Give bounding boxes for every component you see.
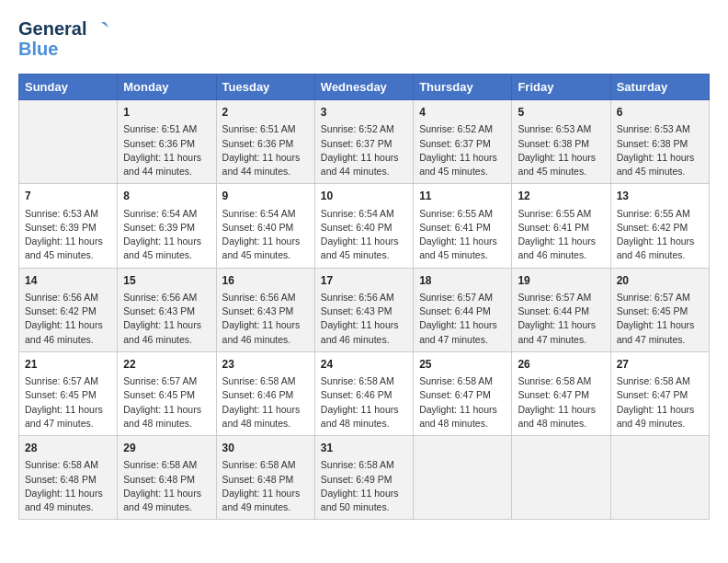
day-number: 26 xyxy=(518,357,604,373)
calendar-cell: 18Sunrise: 6:57 AMSunset: 6:44 PMDayligh… xyxy=(414,268,512,351)
calendar-cell: 4Sunrise: 6:52 AMSunset: 6:37 PMDaylight… xyxy=(414,100,512,184)
day-number: 8 xyxy=(123,189,210,204)
calendar-cell: 24Sunrise: 6:58 AMSunset: 6:46 PMDayligh… xyxy=(314,351,413,435)
day-info: Daylight: 11 hours and 46 minutes. xyxy=(25,318,111,346)
calendar-table: SundayMondayTuesdayWednesdayThursdayFrid… xyxy=(18,74,710,520)
day-info: Daylight: 11 hours and 44 minutes. xyxy=(321,151,407,178)
calendar-cell: 16Sunrise: 6:56 AMSunset: 6:43 PMDayligh… xyxy=(216,268,314,351)
day-info: Daylight: 11 hours and 45 minutes. xyxy=(518,151,604,178)
day-info: Daylight: 11 hours and 45 minutes. xyxy=(25,235,111,262)
calendar-cell: 2Sunrise: 6:51 AMSunset: 6:36 PMDaylight… xyxy=(216,100,314,184)
day-info: Daylight: 11 hours and 47 minutes. xyxy=(419,318,506,346)
day-info: Sunset: 6:37 PM xyxy=(419,137,506,151)
logo-bird-icon xyxy=(88,18,108,39)
calendar-cell: 20Sunrise: 6:57 AMSunset: 6:45 PMDayligh… xyxy=(610,268,709,351)
week-row-5: 28Sunrise: 6:58 AMSunset: 6:48 PMDayligh… xyxy=(19,436,710,520)
day-number: 25 xyxy=(419,357,506,373)
day-info: Daylight: 11 hours and 45 minutes. xyxy=(321,235,407,262)
calendar-cell: 31Sunrise: 6:58 AMSunset: 6:49 PMDayligh… xyxy=(314,436,413,520)
calendar-cell: 14Sunrise: 6:56 AMSunset: 6:42 PMDayligh… xyxy=(19,268,118,351)
day-info: Sunset: 6:38 PM xyxy=(518,137,604,151)
day-info: Sunset: 6:48 PM xyxy=(222,473,309,487)
calendar-cell: 15Sunrise: 6:56 AMSunset: 6:43 PMDayligh… xyxy=(118,268,216,351)
day-number: 28 xyxy=(25,441,111,456)
day-info: Sunset: 6:47 PM xyxy=(617,388,703,402)
day-number: 13 xyxy=(617,189,703,204)
day-info: Sunset: 6:43 PM xyxy=(222,304,309,318)
day-info: Daylight: 11 hours and 49 minutes. xyxy=(123,487,210,514)
day-info: Sunrise: 6:52 AM xyxy=(419,122,506,136)
calendar-cell: 6Sunrise: 6:53 AMSunset: 6:38 PMDaylight… xyxy=(610,100,709,184)
day-info: Sunrise: 6:58 AM xyxy=(321,374,407,388)
day-info: Daylight: 11 hours and 45 minutes. xyxy=(419,151,506,178)
calendar-cell: 8Sunrise: 6:54 AMSunset: 6:39 PMDaylight… xyxy=(118,184,216,268)
day-info: Sunrise: 6:54 AM xyxy=(123,207,210,221)
day-info: Sunset: 6:40 PM xyxy=(321,221,407,235)
day-info: Sunrise: 6:53 AM xyxy=(617,122,703,136)
day-number: 1 xyxy=(123,105,210,121)
day-header-sunday: Sunday xyxy=(19,75,118,100)
day-number: 9 xyxy=(222,189,309,204)
calendar-cell: 29Sunrise: 6:58 AMSunset: 6:48 PMDayligh… xyxy=(118,436,216,520)
calendar-cell: 7Sunrise: 6:53 AMSunset: 6:39 PMDaylight… xyxy=(19,184,118,268)
day-info: Sunrise: 6:58 AM xyxy=(321,458,407,472)
week-row-3: 14Sunrise: 6:56 AMSunset: 6:42 PMDayligh… xyxy=(19,268,710,351)
calendar-cell: 12Sunrise: 6:55 AMSunset: 6:41 PMDayligh… xyxy=(512,184,610,268)
day-info: Sunrise: 6:54 AM xyxy=(321,207,407,221)
day-info: Sunset: 6:44 PM xyxy=(419,304,506,318)
day-info: Sunset: 6:48 PM xyxy=(123,473,210,487)
day-info: Sunset: 6:43 PM xyxy=(123,304,210,318)
calendar-cell: 22Sunrise: 6:57 AMSunset: 6:45 PMDayligh… xyxy=(118,351,216,435)
logo: General Blue xyxy=(18,18,108,59)
day-number: 10 xyxy=(321,189,407,204)
logo-blue: Blue xyxy=(18,39,58,59)
day-info: Sunset: 6:36 PM xyxy=(222,137,309,151)
day-info: Sunset: 6:42 PM xyxy=(25,304,111,318)
day-info: Sunset: 6:36 PM xyxy=(123,137,210,151)
day-info: Daylight: 11 hours and 47 minutes. xyxy=(25,403,111,431)
calendar-body: 1Sunrise: 6:51 AMSunset: 6:36 PMDaylight… xyxy=(19,100,710,520)
day-info: Sunrise: 6:53 AM xyxy=(25,207,111,221)
day-info: Sunrise: 6:57 AM xyxy=(419,291,506,304)
day-header-row: SundayMondayTuesdayWednesdayThursdayFrid… xyxy=(19,75,710,100)
day-info: Daylight: 11 hours and 47 minutes. xyxy=(617,318,703,346)
day-info: Daylight: 11 hours and 48 minutes. xyxy=(321,403,407,431)
day-info: Sunrise: 6:53 AM xyxy=(518,122,604,136)
calendar-cell xyxy=(610,436,709,520)
calendar-cell: 11Sunrise: 6:55 AMSunset: 6:41 PMDayligh… xyxy=(414,184,512,268)
day-info: Sunrise: 6:57 AM xyxy=(123,374,210,388)
day-info: Sunset: 6:44 PM xyxy=(518,304,604,318)
day-number: 6 xyxy=(617,105,703,121)
day-header-thursday: Thursday xyxy=(414,75,512,100)
day-number: 29 xyxy=(123,441,210,456)
day-number: 18 xyxy=(419,273,506,289)
calendar-cell: 10Sunrise: 6:54 AMSunset: 6:40 PMDayligh… xyxy=(314,184,413,268)
logo-general: General xyxy=(18,18,86,39)
day-info: Daylight: 11 hours and 50 minutes. xyxy=(321,487,407,514)
calendar-cell: 1Sunrise: 6:51 AMSunset: 6:36 PMDaylight… xyxy=(118,100,216,184)
day-info: Sunrise: 6:57 AM xyxy=(617,291,703,304)
day-info: Sunrise: 6:56 AM xyxy=(222,291,309,304)
day-number: 16 xyxy=(222,273,309,289)
calendar-cell: 5Sunrise: 6:53 AMSunset: 6:38 PMDaylight… xyxy=(512,100,610,184)
day-header-saturday: Saturday xyxy=(610,75,709,100)
day-info: Sunrise: 6:58 AM xyxy=(518,374,604,388)
day-number: 23 xyxy=(222,357,309,373)
day-info: Sunset: 6:47 PM xyxy=(518,388,604,402)
day-info: Daylight: 11 hours and 49 minutes. xyxy=(222,487,309,514)
calendar-cell xyxy=(19,100,118,184)
day-header-tuesday: Tuesday xyxy=(216,75,314,100)
day-info: Daylight: 11 hours and 45 minutes. xyxy=(419,235,506,262)
day-info: Sunrise: 6:58 AM xyxy=(222,458,309,472)
calendar-cell: 13Sunrise: 6:55 AMSunset: 6:42 PMDayligh… xyxy=(610,184,709,268)
calendar-cell: 30Sunrise: 6:58 AMSunset: 6:48 PMDayligh… xyxy=(216,436,314,520)
day-info: Sunset: 6:45 PM xyxy=(123,388,210,402)
day-info: Daylight: 11 hours and 46 minutes. xyxy=(123,318,210,346)
day-info: Daylight: 11 hours and 46 minutes. xyxy=(518,235,604,262)
day-info: Sunset: 6:38 PM xyxy=(617,137,703,151)
day-info: Sunrise: 6:56 AM xyxy=(321,291,407,304)
day-info: Sunset: 6:43 PM xyxy=(321,304,407,318)
day-number: 14 xyxy=(25,273,111,289)
week-row-4: 21Sunrise: 6:57 AMSunset: 6:45 PMDayligh… xyxy=(19,351,710,435)
day-info: Sunset: 6:42 PM xyxy=(617,221,703,235)
